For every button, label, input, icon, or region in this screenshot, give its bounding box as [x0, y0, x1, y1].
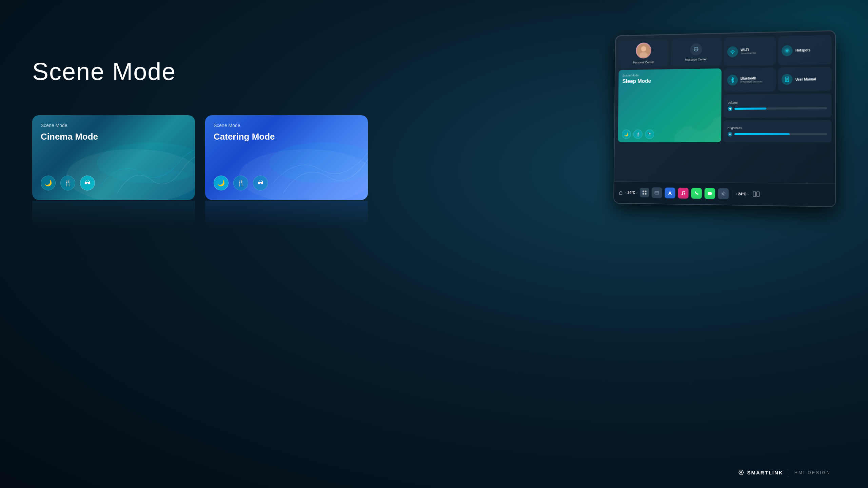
- cards-reflections: [32, 201, 368, 228]
- user-manual-icon: [782, 74, 793, 85]
- volume-icon: [728, 106, 732, 111]
- message-center-tile[interactable]: Message Center: [671, 38, 722, 67]
- hotspots-tile[interactable]: Hotspots: [778, 35, 831, 65]
- hotspots-title: Hotspots: [795, 48, 810, 52]
- volume-label: Volume: [728, 101, 738, 104]
- brightness-icon: [727, 131, 732, 136]
- user-manual-title: User Manual: [795, 77, 816, 81]
- brightness-track[interactable]: [734, 133, 827, 135]
- svg-point-17: [729, 133, 730, 135]
- volume-track[interactable]: [734, 107, 828, 110]
- volume-tile[interactable]: Volume: [724, 93, 832, 118]
- cinema-card-label: Scene Mode: [41, 123, 67, 128]
- catering-card-title: Catering Mode: [214, 131, 275, 142]
- scene-icon-glasses[interactable]: 🔭: [645, 129, 654, 139]
- brightness-fill: [734, 133, 790, 135]
- watermark: SMARTLINK HMI DESIGN: [737, 469, 831, 476]
- scene-wave-bg: [674, 108, 721, 142]
- cinema-icon-moon[interactable]: 🌙: [41, 176, 56, 190]
- svg-point-28: [658, 192, 658, 192]
- scene-tile-icons: 🌙 🍴 🔭: [622, 129, 654, 139]
- wifi-title: Wi-Fi: [741, 48, 756, 52]
- bluetooth-title: Bluetooth: [741, 76, 763, 80]
- scene-cards-container: Scene Mode Cinema Mode 🌙 🍴 🕶 Scene Mode …: [32, 115, 368, 200]
- wifi-icon: [727, 46, 738, 57]
- cinema-icon-dining[interactable]: 🍴: [60, 176, 75, 190]
- monitor-wrapper: Personal Center Message Center: [613, 30, 836, 242]
- svg-rect-23: [645, 190, 647, 192]
- catering-card-label: Scene Mode: [214, 123, 240, 128]
- svg-point-1: [297, 175, 368, 200]
- catering-reflection: [205, 201, 368, 228]
- brightness-slider-row: [727, 131, 827, 136]
- bluetooth-tile[interactable]: Bluetooth iPhone16 pro max: [724, 67, 776, 92]
- brand-mark: SMARTLINK: [737, 469, 783, 476]
- catering-card-icons: 🌙 🍴 🕶: [214, 176, 268, 190]
- svg-point-11: [786, 49, 789, 52]
- brightness-label: Brightness: [727, 126, 742, 129]
- scene-tile-label: Scene Mode: [623, 74, 639, 77]
- monitor-container: Personal Center Message Center: [610, 32, 834, 222]
- screen-grid: Personal Center Message Center: [614, 31, 835, 184]
- watermark-divider: [789, 470, 789, 475]
- volume-fill: [734, 107, 767, 110]
- scene-icon-dining[interactable]: 🍴: [633, 129, 643, 139]
- page-title: Scene Mode: [32, 58, 176, 85]
- bluetooth-icon: [727, 75, 738, 85]
- brightness-tile[interactable]: Brightness: [723, 120, 832, 143]
- catering-icon-moon[interactable]: 🌙: [214, 176, 229, 190]
- hotspots-info: Hotspots: [795, 48, 810, 52]
- scene-tile-title: Sleep Mode: [623, 78, 651, 84]
- wifi-tile[interactable]: Wi-Fi Smartlink 5G: [724, 36, 776, 66]
- avatar: [636, 42, 651, 59]
- scene-icon-moon[interactable]: 🌙: [622, 129, 631, 139]
- personal-center-tile[interactable]: Personal Center: [619, 39, 669, 67]
- catering-icon-glasses[interactable]: 🕶: [253, 176, 268, 190]
- volume-slider-row: [728, 106, 828, 111]
- wifi-info: Wi-Fi Smartlink 5G: [741, 48, 756, 55]
- user-manual-info: User Manual: [795, 77, 816, 81]
- catering-icon-dining[interactable]: 🍴: [233, 176, 248, 190]
- cinema-reflection: [32, 201, 195, 228]
- hotspots-icon: [782, 45, 793, 56]
- bluetooth-info: Bluetooth iPhone16 pro max: [741, 76, 763, 83]
- bluetooth-subtitle: iPhone16 pro max: [741, 80, 763, 83]
- user-manual-tile[interactable]: User Manual: [778, 67, 832, 92]
- brand-name: SMARTLINK: [747, 470, 783, 475]
- svg-point-36: [740, 471, 742, 473]
- smartlink-logo-icon: [737, 469, 745, 476]
- cinema-icon-glasses[interactable]: 🕶: [80, 176, 95, 190]
- svg-point-10: [786, 50, 788, 51]
- svg-rect-22: [643, 190, 644, 192]
- message-center-label: Message Center: [685, 58, 707, 61]
- personal-center-label: Personal Center: [633, 61, 654, 64]
- monitor-screen: Personal Center Message Center: [613, 30, 836, 207]
- svg-point-6: [695, 48, 696, 49]
- wifi-subtitle: Smartlink 5G: [741, 52, 756, 55]
- cinema-card-title: Cinema Mode: [41, 131, 98, 142]
- cinema-mode-card[interactable]: Scene Mode Cinema Mode 🌙 🍴 🕶: [32, 115, 195, 200]
- watermark-subtitle: HMI DESIGN: [794, 470, 831, 475]
- cinema-card-icons: 🌙 🍴 🕶: [41, 176, 95, 190]
- watermark-logo: SMARTLINK HMI DESIGN: [737, 469, 831, 476]
- message-icon-circle: [690, 43, 702, 56]
- svg-point-0: [114, 169, 195, 200]
- svg-point-7: [694, 49, 695, 50]
- scene-mode-tile[interactable]: Scene Mode Sleep Mode 🌙 🍴 🔭: [618, 68, 721, 142]
- svg-point-8: [696, 48, 697, 49]
- catering-mode-card[interactable]: Scene Mode Catering Mode 🌙 🍴 🕶: [205, 115, 368, 200]
